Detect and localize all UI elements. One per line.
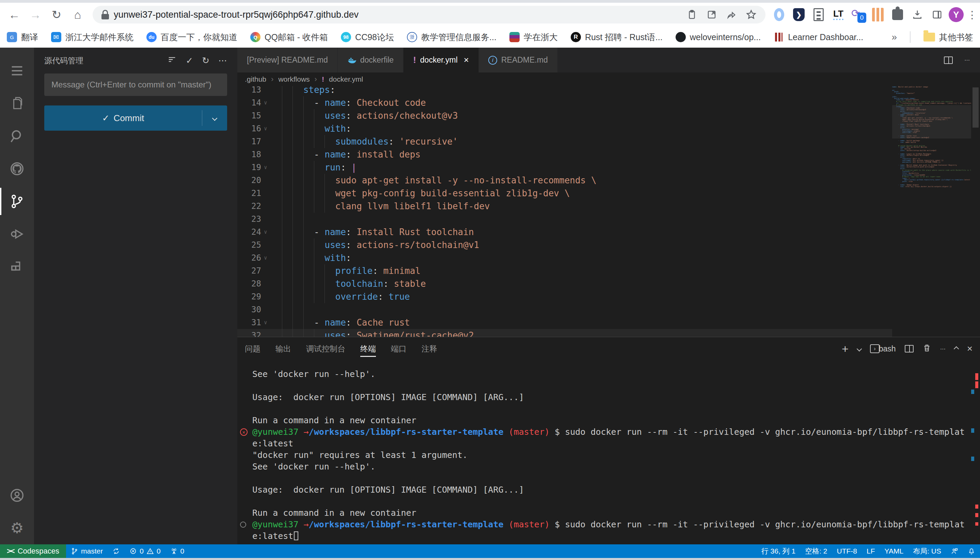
bookmarks-overflow-icon[interactable]: »: [891, 32, 897, 43]
browser-avatar[interactable]: Y: [949, 7, 964, 22]
pencils-extension-icon[interactable]: [870, 7, 886, 23]
circle-extension-icon[interactable]: [771, 7, 787, 23]
new-terminal-icon[interactable]: +: [842, 343, 849, 355]
side-panel-icon[interactable]: [929, 7, 945, 23]
panel-tab-5[interactable]: 端口: [391, 337, 406, 360]
status-item-5[interactable]: YAML: [880, 544, 908, 558]
panel-tab-2[interactable]: 输出: [276, 337, 291, 360]
url-text[interactable]: yunwei37-potential-space-trout-rpr5qwj66…: [114, 10, 684, 20]
forward-icon[interactable]: →: [26, 5, 45, 24]
status-item-1[interactable]: 行 36, 列 1: [757, 544, 800, 558]
fold-chevron-icon[interactable]: ∨: [264, 225, 267, 238]
bookmark-item[interactable]: Learner Dashboar...: [774, 32, 863, 42]
code-line[interactable]: 30: [237, 303, 892, 316]
feedback-indicator[interactable]: [946, 544, 963, 558]
code-line[interactable]: 14∨ - name: Checkout code: [237, 96, 892, 109]
languagetool-icon[interactable]: LT: [830, 7, 846, 23]
code-line[interactable]: 22 clang llvm libelf1 libelf-dev: [237, 200, 892, 213]
status-item-4[interactable]: LF: [862, 544, 880, 558]
terminal-mark-error[interactable]: [975, 513, 978, 517]
settings-gear-icon[interactable]: ⚙: [0, 512, 34, 544]
code-line[interactable]: 24∨ - name: Install Rust toolchain: [237, 225, 892, 238]
close-panel-icon[interactable]: ×: [967, 343, 973, 354]
panel-more-icon[interactable]: ⋯: [940, 346, 946, 352]
terminal-dropdown-icon[interactable]: [856, 346, 862, 352]
close-icon[interactable]: ×: [464, 55, 469, 65]
tab--preview-readme.md[interactable]: [Preview] README.md: [237, 48, 338, 72]
more-actions-icon[interactable]: ⋯: [218, 55, 227, 66]
bookmark-item[interactable]: 98CC98论坛: [341, 32, 394, 43]
status-item-2[interactable]: 空格: 2: [800, 544, 832, 558]
fold-chevron-icon[interactable]: ∨: [264, 161, 267, 174]
tab-readme.md[interactable]: iREADME.md: [479, 48, 558, 72]
bookmark-item[interactable]: G翻译: [7, 32, 38, 43]
ports-indicator[interactable]: 0: [166, 544, 189, 558]
editor-scrollbar[interactable]: [971, 86, 980, 337]
panel-tab-6[interactable]: 注释: [421, 337, 437, 360]
fold-chevron-icon[interactable]: ∨: [264, 122, 267, 135]
explorer-icon[interactable]: [0, 87, 34, 120]
clipboard-icon[interactable]: [684, 7, 700, 23]
commit-button[interactable]: ✓ Commit: [44, 105, 227, 131]
tab-docker.yml[interactable]: !docker.yml×: [403, 48, 479, 72]
code-line[interactable]: 28 toolchain: stable: [237, 277, 892, 290]
minimap-viewport[interactable]: [892, 105, 971, 138]
breadcrumb-item[interactable]: .github: [245, 75, 266, 83]
fold-chevron-icon[interactable]: ∨: [264, 96, 267, 109]
panel-tab-4[interactable]: 终端: [360, 337, 376, 360]
browser-menu-icon[interactable]: ⋮: [967, 9, 974, 21]
notes-extension-icon[interactable]: [810, 7, 827, 23]
split-editor-icon[interactable]: [944, 57, 953, 64]
status-item-6[interactable]: 布局: US: [908, 544, 946, 558]
address-bar[interactable]: yunwei37-potential-space-trout-rpr5qwj66…: [93, 6, 766, 23]
kill-terminal-icon[interactable]: [922, 343, 931, 354]
code-line[interactable]: 27 profile: minimal: [237, 264, 892, 277]
terminal-mark-error[interactable]: [975, 373, 978, 380]
code-line[interactable]: 16∨ with:: [237, 122, 892, 135]
bookmark-item[interactable]: du百度一下，你就知道: [146, 32, 237, 43]
commit-message-input[interactable]: [44, 73, 227, 96]
code-line[interactable]: 29 override: true: [237, 290, 892, 303]
code-line[interactable]: 20 sudo apt-get install -y --no-install-…: [237, 174, 892, 187]
source-control-icon[interactable]: [0, 185, 34, 218]
problems-indicator[interactable]: 0 0: [125, 544, 165, 558]
extensions-puzzle-icon[interactable]: [890, 7, 906, 23]
code-line[interactable]: 19∨ run: |: [237, 161, 892, 174]
panel-tab-1[interactable]: 问题: [245, 337, 261, 360]
downloads-icon[interactable]: [909, 7, 925, 23]
terminal-mark-error[interactable]: [975, 522, 978, 526]
code-line[interactable]: 21 wget pkg-config build-essential zlib1…: [237, 187, 892, 200]
code-line[interactable]: 13 steps:: [237, 86, 892, 96]
fold-chevron-icon[interactable]: ∨: [264, 252, 267, 264]
other-bookmarks[interactable]: 其他书签: [923, 32, 973, 43]
notifications-indicator[interactable]: [963, 544, 980, 558]
command-failed-icon[interactable]: ✕: [240, 428, 248, 436]
account-icon[interactable]: [0, 479, 34, 512]
bookmark-item[interactable]: 学在浙大: [509, 32, 558, 43]
commit-dropdown[interactable]: [202, 110, 227, 126]
open-in-window-icon[interactable]: [704, 7, 720, 23]
bookmark-item[interactable]: weloveinterns/op...: [676, 32, 761, 42]
fold-chevron-icon[interactable]: ∨: [264, 316, 267, 329]
code-line[interactable]: 32 uses: Swatinem/rust-cache@v2: [237, 329, 892, 337]
split-terminal-icon[interactable]: [905, 345, 913, 352]
code-line[interactable]: 15 uses: actions/checkout@v3: [237, 109, 892, 122]
editor[interactable]: 13 steps:14∨ - name: Checkout code15 use…: [237, 86, 980, 337]
status-item-3[interactable]: UTF-8: [832, 544, 862, 558]
maximize-panel-icon[interactable]: [953, 346, 959, 352]
back-icon[interactable]: ←: [5, 5, 24, 24]
code-line[interactable]: 18 - name: install deps: [237, 148, 892, 161]
bookmark-item[interactable]: RRust 招聘 - Rust语...: [571, 32, 663, 43]
breadcrumb-file[interactable]: docker.yml: [329, 75, 363, 83]
command-running-icon[interactable]: [240, 522, 246, 528]
terminal[interactable]: See 'docker run --help'.Usage: docker ru…: [237, 360, 980, 544]
breadcrumb[interactable]: .github›workflows›!docker.yml: [237, 72, 980, 86]
tab-dockerfile[interactable]: dockerfile: [338, 48, 403, 72]
sync-extension-icon[interactable]: ⟳0: [850, 7, 866, 23]
view-options-icon[interactable]: [167, 55, 177, 67]
share-icon[interactable]: [723, 7, 739, 23]
bookmark-item[interactable]: 浙教学管理信息服务...: [407, 32, 497, 43]
sync-indicator[interactable]: [108, 544, 125, 558]
terminal-mark-command[interactable]: [971, 390, 974, 394]
editor-more-icon[interactable]: ⋯: [964, 57, 970, 63]
